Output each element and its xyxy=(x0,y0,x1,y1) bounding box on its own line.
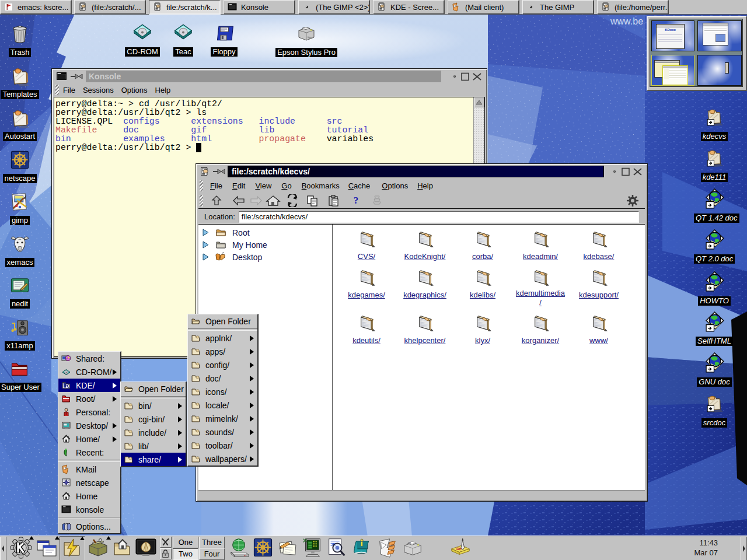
svg-text:www.be: www.be xyxy=(610,16,643,26)
